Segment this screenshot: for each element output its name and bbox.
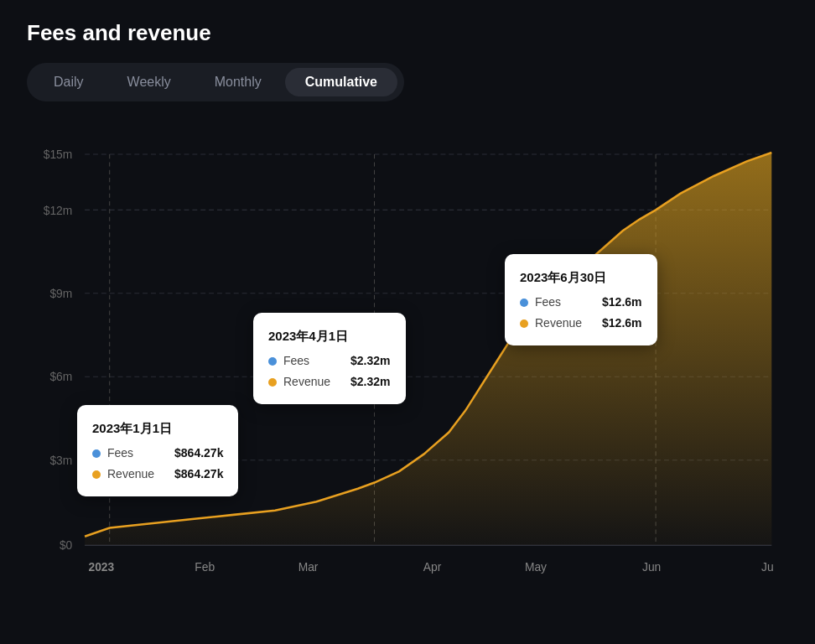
svg-text:$0: $0 xyxy=(60,538,72,552)
tab-daily[interactable]: Daily xyxy=(34,68,104,96)
svg-text:$3m: $3m xyxy=(49,454,72,467)
tab-bar: Daily Weekly Monthly Cumulative xyxy=(27,63,404,101)
tab-weekly[interactable]: Weekly xyxy=(107,68,191,96)
page-title: Fees and revenue xyxy=(27,20,788,46)
svg-text:Apr: Apr xyxy=(423,560,442,574)
chart-container: $15m $12m $9m $6m $3m $0 2023 Feb Mar Ap… xyxy=(27,128,788,615)
tab-monthly[interactable]: Monthly xyxy=(195,68,282,96)
svg-text:Feb: Feb xyxy=(195,560,215,574)
svg-text:May: May xyxy=(525,560,548,574)
svg-text:$9m: $9m xyxy=(49,287,72,300)
svg-text:Ju: Ju xyxy=(761,560,774,574)
svg-text:2023: 2023 xyxy=(88,560,114,574)
svg-text:$15m: $15m xyxy=(44,148,73,161)
svg-text:Jun: Jun xyxy=(642,560,661,574)
svg-text:$12m: $12m xyxy=(44,203,73,216)
chart-svg: $15m $12m $9m $6m $3m $0 2023 Feb Mar Ap… xyxy=(27,128,788,615)
svg-text:$6m: $6m xyxy=(49,370,72,383)
svg-text:Mar: Mar xyxy=(298,560,319,574)
tab-cumulative[interactable]: Cumulative xyxy=(285,68,397,96)
chart-area: $15m $12m $9m $6m $3m $0 2023 Feb Mar Ap… xyxy=(27,128,788,615)
